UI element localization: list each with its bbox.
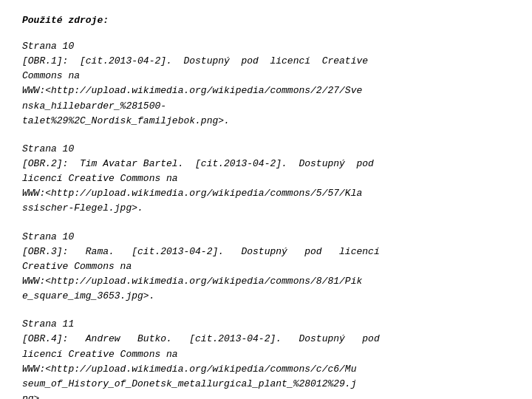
page-content: Použité zdroje: Strana 10 [OBR.1]: [cit.…: [22, 15, 510, 399]
reference-entry-4: Strana 11 [OBR.4]: Andrew Butko. [cit.20…: [22, 317, 510, 399]
reference-text-2: Strana 10 [OBR.2]: Tim Avatar Bartel. [c…: [22, 142, 510, 216]
reference-text-1: Strana 10 [OBR.1]: [cit.2013-04-2]. Dost…: [22, 39, 510, 129]
section-heading: Použité zdroje:: [22, 15, 510, 26]
entries-list: Strana 10 [OBR.1]: [cit.2013-04-2]. Dost…: [22, 39, 510, 399]
reference-entry-1: Strana 10 [OBR.1]: [cit.2013-04-2]. Dost…: [22, 39, 510, 129]
reference-entry-2: Strana 10 [OBR.2]: Tim Avatar Bartel. [c…: [22, 142, 510, 216]
reference-text-3: Strana 10 [OBR.3]: Rama. [cit.2013-04-2]…: [22, 230, 510, 304]
reference-text-4: Strana 11 [OBR.4]: Andrew Butko. [cit.20…: [22, 317, 510, 399]
reference-entry-3: Strana 10 [OBR.3]: Rama. [cit.2013-04-2]…: [22, 230, 510, 304]
